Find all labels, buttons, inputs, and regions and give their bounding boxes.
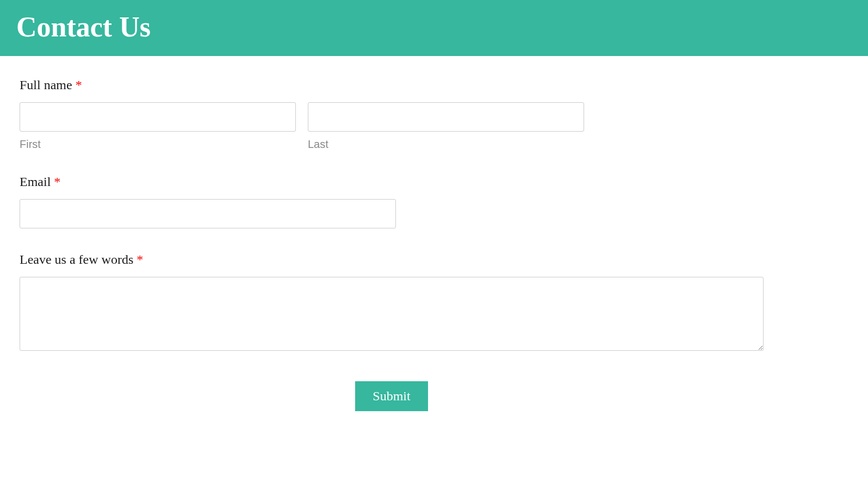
first-sublabel: First [20, 138, 296, 151]
last-name-field: Last [308, 102, 584, 151]
last-name-input[interactable] [308, 102, 584, 132]
contact-form: Full name * First Last Email * Leave us … [0, 56, 789, 433]
full-name-group: Full name * First Last [20, 78, 769, 151]
message-label: Leave us a few words * [20, 252, 769, 267]
submit-container: Submit [20, 381, 764, 411]
required-marker: * [137, 252, 143, 267]
last-sublabel: Last [308, 138, 584, 151]
message-textarea[interactable] [20, 277, 764, 351]
email-group: Email * [20, 175, 769, 228]
page-title: Contact Us [16, 11, 852, 43]
submit-button[interactable]: Submit [355, 381, 427, 411]
message-label-text: Leave us a few words [20, 252, 137, 267]
page-header: Contact Us [0, 0, 868, 56]
full-name-label: Full name * [20, 78, 769, 92]
first-name-field: First [20, 102, 296, 151]
first-name-input[interactable] [20, 102, 296, 132]
required-marker: * [76, 78, 82, 92]
email-input[interactable] [20, 199, 396, 228]
email-label-text: Email [20, 175, 54, 189]
full-name-label-text: Full name [20, 78, 76, 92]
required-marker: * [54, 175, 60, 189]
email-label: Email * [20, 175, 769, 189]
name-fields-row: First Last [20, 102, 769, 151]
message-group: Leave us a few words * [20, 252, 769, 353]
